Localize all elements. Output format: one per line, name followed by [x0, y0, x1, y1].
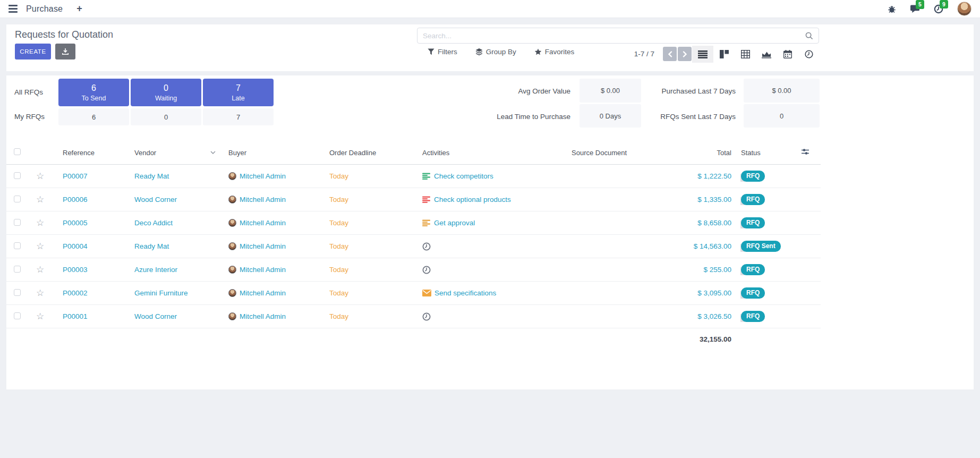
avg-order-value-label: Avg Order Value — [464, 87, 570, 95]
favorite-star-icon[interactable]: ☆ — [36, 172, 44, 181]
search-input[interactable] — [417, 32, 803, 40]
favorite-star-icon[interactable]: ☆ — [36, 218, 44, 227]
row-checkbox[interactable] — [14, 289, 21, 296]
header-activities[interactable]: Activities — [411, 149, 560, 157]
messages-icon[interactable]: 5 — [910, 4, 920, 13]
header-vendor[interactable]: Vendor — [123, 149, 217, 157]
row-buyer[interactable]: Mitchell Admin — [217, 242, 318, 250]
row-reference[interactable]: P00007 — [51, 172, 123, 180]
table-row[interactable]: ☆ P00007 Ready Mat Mitchell Admin Today … — [6, 165, 821, 188]
clock-activity-icon — [422, 312, 431, 321]
table-row[interactable]: ☆ P00004 Ready Mat Mitchell Admin Today … — [6, 235, 821, 258]
buyer-avatar — [228, 196, 236, 203]
list-view-button[interactable] — [692, 46, 713, 63]
kpi-card-waiting[interactable]: 0 Waiting — [131, 79, 201, 106]
calendar-view-button[interactable] — [777, 46, 798, 63]
graph-view-button[interactable] — [756, 46, 777, 63]
search-icon[interactable] — [803, 32, 819, 40]
messages-count-badge: 5 — [916, 0, 924, 9]
row-vendor[interactable]: Wood Corner — [123, 312, 217, 320]
buyer-name: Mitchell Admin — [240, 266, 286, 274]
user-avatar[interactable] — [957, 2, 972, 16]
header-reference[interactable]: Reference — [51, 149, 123, 157]
row-vendor[interactable]: Ready Mat — [123, 172, 217, 180]
select-all-checkbox[interactable] — [14, 148, 21, 155]
row-checkbox[interactable] — [14, 242, 21, 249]
status-badge: RFQ — [741, 311, 765, 322]
row-checkbox[interactable] — [14, 219, 21, 226]
row-checkbox[interactable] — [14, 266, 21, 273]
debug-bug-icon[interactable] — [888, 5, 896, 13]
table-row[interactable]: ☆ P00003 Azure Interior Mitchell Admin T… — [6, 258, 821, 282]
kanban-view-button[interactable] — [713, 46, 735, 63]
row-buyer[interactable]: Mitchell Admin — [217, 289, 318, 297]
activity-cell[interactable]: Check competitors — [411, 172, 560, 180]
activity-cell[interactable] — [411, 266, 560, 274]
favorite-star-icon[interactable]: ☆ — [36, 265, 44, 274]
row-total: $ 14,563.00 — [669, 242, 731, 250]
header-buyer[interactable]: Buyer — [217, 149, 318, 157]
header-status[interactable]: Status — [731, 149, 790, 157]
activities-clock-icon[interactable]: 9 — [934, 4, 943, 14]
table-row[interactable]: ☆ P00002 Gemini Furniture Mitchell Admin… — [6, 282, 821, 305]
vendor-sort-chevron-icon[interactable] — [210, 151, 216, 154]
new-tab-plus-icon[interactable]: + — [76, 3, 82, 14]
pivot-view-button[interactable] — [735, 46, 756, 63]
group-by-button[interactable]: Group By — [475, 48, 516, 56]
row-buyer[interactable]: Mitchell Admin — [217, 312, 318, 320]
my-waiting-count[interactable]: 0 — [131, 108, 201, 125]
row-buyer[interactable]: Mitchell Admin — [217, 266, 318, 274]
optional-columns-sliders-icon[interactable] — [801, 148, 809, 157]
my-to-send-count[interactable]: 6 — [58, 108, 129, 125]
row-buyer[interactable]: Mitchell Admin — [217, 172, 318, 180]
favorites-button[interactable]: Favorites — [534, 48, 575, 56]
activity-cell[interactable] — [411, 242, 560, 251]
row-vendor[interactable]: Wood Corner — [123, 196, 217, 203]
row-checkbox[interactable] — [14, 312, 21, 319]
export-download-button[interactable] — [55, 44, 75, 60]
row-reference[interactable]: P00005 — [51, 219, 123, 227]
kpi-card-to-send[interactable]: 6 To Send — [58, 79, 129, 106]
favorite-star-icon[interactable]: ☆ — [36, 242, 44, 251]
favorite-star-icon[interactable]: ☆ — [36, 312, 44, 321]
row-vendor[interactable]: Azure Interior — [123, 266, 217, 274]
apps-menu-icon[interactable] — [8, 5, 18, 13]
row-vendor[interactable]: Gemini Furniture — [123, 289, 217, 297]
purchased-last-7-days-value: $ 0.00 — [744, 79, 820, 103]
row-reference[interactable]: P00003 — [51, 266, 123, 274]
table-row[interactable]: ☆ P00001 Wood Corner Mitchell Admin Toda… — [6, 305, 821, 328]
row-checkbox[interactable] — [14, 172, 21, 179]
row-reference[interactable]: P00004 — [51, 242, 123, 250]
favorite-star-icon[interactable]: ☆ — [36, 289, 44, 298]
activity-cell[interactable]: Check optional products — [411, 196, 560, 203]
header-total[interactable]: Total — [669, 149, 731, 157]
my-late-count[interactable]: 7 — [203, 108, 274, 125]
activity-cell[interactable] — [411, 312, 560, 321]
kpi-card-late[interactable]: 7 Late — [203, 79, 274, 106]
row-vendor[interactable]: Deco Addict — [123, 219, 217, 227]
row-reference[interactable]: P00006 — [51, 196, 123, 203]
activity-cell[interactable]: Get approval — [411, 219, 560, 227]
row-buyer[interactable]: Mitchell Admin — [217, 219, 318, 227]
buyer-avatar — [228, 172, 236, 180]
row-buyer[interactable]: Mitchell Admin — [217, 196, 318, 203]
table-row[interactable]: ☆ P00005 Deco Addict Mitchell Admin Toda… — [6, 211, 821, 235]
star-icon — [534, 48, 542, 55]
pager-previous-button[interactable] — [663, 47, 677, 61]
header-source-document[interactable]: Source Document — [560, 149, 669, 157]
row-vendor[interactable]: Ready Mat — [123, 242, 217, 250]
pager-next-button[interactable] — [678, 47, 692, 61]
row-reference[interactable]: P00001 — [51, 312, 123, 320]
filters-button[interactable]: Filters — [428, 48, 457, 56]
table-row[interactable]: ☆ P00006 Wood Corner Mitchell Admin Toda… — [6, 188, 821, 211]
row-reference[interactable]: P00002 — [51, 289, 123, 297]
favorite-star-icon[interactable]: ☆ — [36, 195, 44, 204]
main-content: Requests for Quotation CREATE Filters Gr… — [6, 24, 974, 389]
create-button[interactable]: CREATE — [15, 44, 51, 60]
app-name[interactable]: Purchase — [26, 4, 63, 14]
status-badge: RFQ — [741, 171, 765, 182]
header-order-deadline[interactable]: Order Deadline — [318, 149, 411, 157]
activity-cell[interactable]: Send specifications — [411, 289, 560, 297]
activity-view-button[interactable] — [798, 46, 820, 63]
row-checkbox[interactable] — [14, 196, 21, 202]
